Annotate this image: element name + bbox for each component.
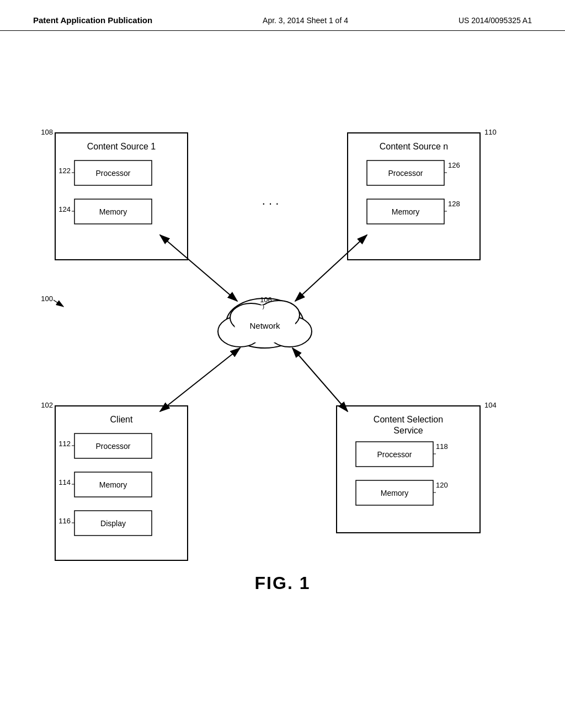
css-title-1: Content Selection bbox=[374, 415, 443, 424]
client-memory-label: Memory bbox=[99, 480, 127, 489]
cs1-title: Content Source 1 bbox=[87, 142, 156, 151]
ref-100: 100 bbox=[41, 295, 53, 303]
ref-106: 106 bbox=[260, 296, 272, 304]
css-memory-label: Memory bbox=[381, 489, 409, 497]
svg-line-33 bbox=[292, 348, 348, 411]
page-header: Patent Application Publication Apr. 3, 2… bbox=[0, 0, 565, 31]
ref-112: 112 bbox=[58, 440, 71, 448]
header-patent-number: US 2014/0095325 A1 bbox=[459, 16, 532, 25]
header-publication-type: Patent Application Publication bbox=[33, 15, 152, 25]
cs1-memory-label: Memory bbox=[99, 207, 127, 216]
css-processor-label: Processor bbox=[377, 450, 412, 459]
csn-memory-label: Memory bbox=[392, 207, 420, 216]
client-display-label: Display bbox=[100, 519, 126, 528]
ref-104: 104 bbox=[484, 401, 497, 409]
client-processor-label: Processor bbox=[95, 442, 130, 451]
svg-line-31 bbox=[295, 235, 367, 301]
ellipsis-dots: . . . bbox=[262, 194, 279, 207]
ref-118: 118 bbox=[436, 442, 448, 451]
diagram-svg: Content Source 1 Processor Memory 108 12… bbox=[0, 31, 565, 638]
page: Patent Application Publication Apr. 3, 2… bbox=[0, 0, 565, 728]
csn-processor-label: Processor bbox=[388, 169, 423, 178]
svg-line-32 bbox=[160, 348, 240, 411]
client-title: Client bbox=[110, 415, 133, 424]
ref-114: 114 bbox=[58, 478, 71, 486]
network-label: Network bbox=[249, 321, 280, 330]
figure-label: FIG. 1 bbox=[255, 573, 311, 593]
diagram-area: Content Source 1 Processor Memory 108 12… bbox=[0, 31, 565, 638]
cs1-processor-label: Processor bbox=[95, 169, 130, 178]
svg-rect-0 bbox=[55, 133, 188, 260]
ref-110: 110 bbox=[484, 128, 497, 136]
svg-rect-17 bbox=[337, 406, 480, 533]
ref-124: 124 bbox=[58, 205, 71, 213]
svg-rect-5 bbox=[348, 133, 480, 260]
csn-title: Content Source n bbox=[380, 142, 449, 151]
ref-126: 126 bbox=[448, 161, 460, 169]
ref-122: 122 bbox=[58, 167, 71, 175]
ref-108: 108 bbox=[41, 128, 53, 136]
ref-120: 120 bbox=[436, 481, 448, 489]
svg-line-30 bbox=[160, 235, 237, 301]
svg-line-34 bbox=[54, 300, 63, 307]
css-title-2: Service bbox=[393, 426, 423, 435]
ref-116: 116 bbox=[58, 517, 71, 525]
network-cloud: Network bbox=[218, 298, 312, 348]
ref-102: 102 bbox=[41, 401, 53, 409]
header-date-sheet: Apr. 3, 2014 Sheet 1 of 4 bbox=[263, 16, 348, 25]
ref-128: 128 bbox=[448, 200, 460, 208]
